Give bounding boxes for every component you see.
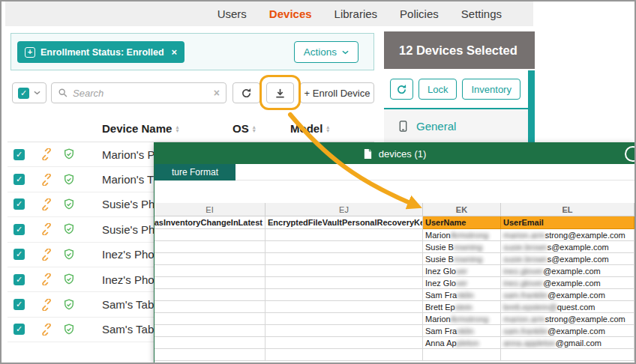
cell-field-ei[interactable]: HasInventoryChangeInLatest xyxy=(154,216,266,229)
cell-username[interactable]: Marion Armstrong xyxy=(423,229,501,241)
cell-empty[interactable] xyxy=(154,241,266,253)
cell-useremail[interactable]: sam.franklin@example.com xyxy=(501,289,634,301)
row-checkbox[interactable]: ✓ xyxy=(14,299,25,310)
nav-settings[interactable]: Settings xyxy=(461,7,502,20)
cell-empty[interactable] xyxy=(266,349,423,361)
cell-username[interactable]: Susie Browning xyxy=(423,241,501,253)
cell-empty[interactable] xyxy=(154,313,266,325)
column-header-ek[interactable]: EK xyxy=(423,203,501,216)
cell-empty[interactable] xyxy=(154,289,266,301)
row-checkbox[interactable]: ✓ xyxy=(14,149,25,160)
cell-field-ej[interactable]: EncryptedFileVaultPersonalRecoveryKey xyxy=(266,216,423,229)
cell-empty[interactable] xyxy=(266,313,423,325)
cell-empty[interactable] xyxy=(266,277,423,289)
cell-username[interactable]: Sam Franklin xyxy=(423,289,501,301)
clear-search-icon[interactable]: × xyxy=(214,87,220,99)
cell-field-username[interactable]: UserName xyxy=(423,216,501,229)
select-all-dropdown[interactable]: ✓ xyxy=(12,82,46,103)
column-header-ei[interactable]: EI xyxy=(154,203,266,216)
nav-policies[interactable]: Policies xyxy=(400,7,439,20)
cell-useremail[interactable]: inez.glover@example.com xyxy=(501,277,634,289)
cell-useremail[interactable]: brett.epstein@quest.com xyxy=(501,301,634,313)
sort-icon[interactable]: ▴▾ xyxy=(176,125,178,133)
cell-username[interactable]: Inez Glover xyxy=(423,277,501,289)
device-name[interactable]: Sam's Tab xyxy=(102,298,154,311)
lock-button[interactable]: Lock xyxy=(418,79,457,100)
refresh-button[interactable] xyxy=(232,82,260,103)
filter-chip[interactable]: + Enrollment Status: Enrolled × xyxy=(17,41,184,63)
unlink-icon xyxy=(40,148,53,161)
cell-useremail[interactable]: susie.browns@example.com xyxy=(501,253,634,265)
cell-empty[interactable] xyxy=(266,229,423,241)
enroll-device-button[interactable]: + Enroll Device xyxy=(300,82,374,103)
cell-useremail[interactable]: inez.glover@example.com xyxy=(501,265,634,277)
cell-empty[interactable] xyxy=(266,337,423,349)
cell-empty[interactable] xyxy=(266,265,423,277)
cell-useremail[interactable]: anna.appleton@gmail.com xyxy=(501,337,634,349)
column-header-el[interactable]: EL xyxy=(501,203,634,216)
cell-empty[interactable] xyxy=(154,277,266,289)
cell-useremail[interactable]: susie.browns@example.com xyxy=(501,241,634,253)
cell-empty[interactable] xyxy=(266,241,423,253)
device-name[interactable]: Inez's Pho xyxy=(102,248,154,261)
device-name[interactable]: Marion's P xyxy=(102,148,154,161)
device-name[interactable]: Sam's Tab xyxy=(102,323,154,336)
search-icon[interactable] xyxy=(625,146,636,162)
spreadsheet-row: Sam Franklin sam.franklin@example.com xyxy=(154,289,634,301)
cell-empty[interactable] xyxy=(154,337,266,349)
cell-empty[interactable] xyxy=(266,325,423,337)
cell-empty[interactable] xyxy=(154,229,266,241)
cell-field-useremail[interactable]: UserEmail xyxy=(501,216,634,229)
column-header-os[interactable]: OS ▴▾ xyxy=(232,122,256,135)
plus-icon: + xyxy=(25,47,35,58)
cell-empty[interactable] xyxy=(423,349,501,361)
cell-empty[interactable] xyxy=(154,253,266,265)
select-all-checkbox[interactable]: ✓ xyxy=(18,88,29,99)
download-button[interactable] xyxy=(266,82,294,103)
device-name[interactable]: Susie's Pho xyxy=(102,198,161,210)
scrollbar[interactable] xyxy=(528,70,535,142)
cell-empty[interactable] xyxy=(154,301,266,313)
row-checkbox[interactable]: ✓ xyxy=(14,198,25,210)
cell-empty[interactable] xyxy=(154,265,266,277)
cell-useremail[interactable]: sam.franklin@example.com xyxy=(501,325,634,337)
cell-useremail[interactable]: marion.armstrong@example.com xyxy=(501,313,634,325)
device-name[interactable]: Susie's Pho xyxy=(102,223,161,236)
sort-icon[interactable]: ▴▾ xyxy=(326,125,329,133)
row-checkbox[interactable]: ✓ xyxy=(14,274,25,285)
section-general[interactable]: General xyxy=(384,109,528,142)
sort-icon[interactable]: ▴▾ xyxy=(253,125,256,133)
nav-libraries[interactable]: Libraries xyxy=(334,7,378,20)
row-checkbox[interactable]: ✓ xyxy=(14,249,25,260)
cell-empty[interactable] xyxy=(266,289,423,301)
cell-empty[interactable] xyxy=(266,301,423,313)
row-checkbox[interactable]: ✓ xyxy=(14,174,25,185)
cell-username[interactable]: Susie Browning xyxy=(423,253,501,265)
column-header-ej[interactable]: EJ xyxy=(266,203,423,216)
cell-useremail[interactable]: marion.armstrong@example.com xyxy=(501,229,634,241)
device-name[interactable]: Inez's Pho xyxy=(102,273,154,286)
search-input[interactable] xyxy=(73,88,209,99)
cell-username[interactable]: Marion Armstrong xyxy=(423,313,501,325)
row-checkbox[interactable]: ✓ xyxy=(14,224,25,235)
column-header-model[interactable]: Model ▴▾ xyxy=(290,122,329,135)
cell-username[interactable]: Anna Appleton xyxy=(423,337,501,349)
row-checkbox[interactable]: ✓ xyxy=(14,324,25,335)
cell-empty[interactable] xyxy=(154,325,266,337)
remove-filter-icon[interactable]: × xyxy=(172,46,178,58)
spreadsheet-titlebar[interactable]: devices (1) xyxy=(154,143,634,164)
nav-users[interactable]: Users xyxy=(218,7,247,20)
inventory-button[interactable]: Inventory xyxy=(462,79,520,100)
cell-username[interactable]: Inez Glover xyxy=(423,265,501,277)
column-header-device-name[interactable]: Device Name ▴▾ xyxy=(102,122,178,135)
nav-devices[interactable]: Devices xyxy=(269,7,312,20)
device-name[interactable]: Marion's T xyxy=(102,173,154,186)
cell-username[interactable]: Brett Epstein xyxy=(423,301,501,313)
cell-empty[interactable] xyxy=(154,349,266,361)
cell-empty[interactable] xyxy=(266,253,423,265)
actions-button[interactable]: Actions xyxy=(294,41,358,63)
refresh-selection-button[interactable] xyxy=(390,79,413,100)
ribbon-tab-picture-format[interactable]: ture Format xyxy=(154,164,236,181)
cell-empty[interactable] xyxy=(501,349,634,361)
cell-username[interactable]: Sam Franklin xyxy=(423,325,501,337)
